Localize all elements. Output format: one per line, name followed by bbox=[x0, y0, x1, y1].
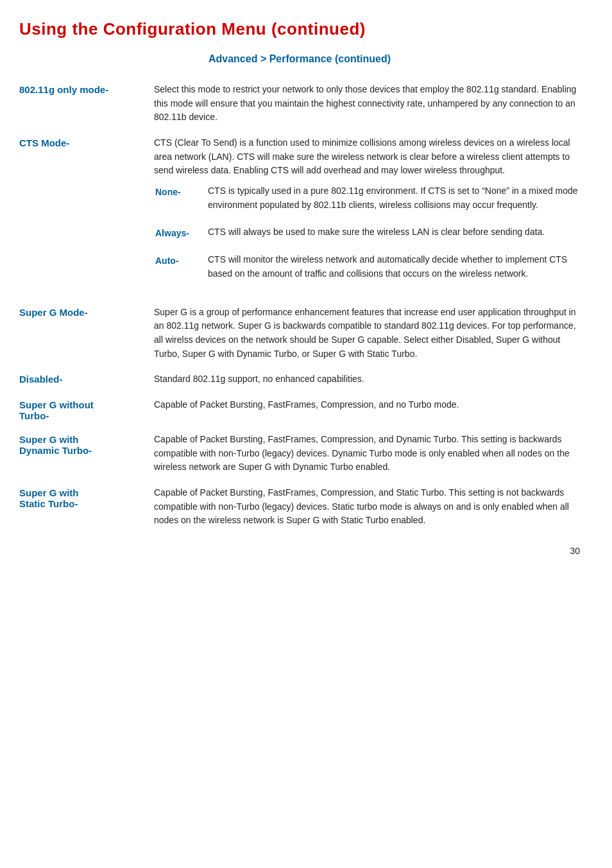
entry-disabled-row: Disabled-Standard 802.11g support, no en… bbox=[19, 372, 580, 398]
cts-none-label: None- bbox=[155, 184, 207, 223]
page-number: 30 bbox=[19, 546, 580, 556]
cts-always-label: Always- bbox=[155, 225, 207, 252]
entry-superg-label: Super G Mode- bbox=[19, 306, 154, 373]
entry-cts-label: CTS Mode- bbox=[19, 136, 154, 306]
entry-disabled-desc: Standard 802.11g support, no enhanced ca… bbox=[154, 372, 580, 398]
cts-none-desc: CTS is typically used in a pure 802.11g … bbox=[208, 184, 579, 223]
entry-superg-desc: Super G is a group of performance enhanc… bbox=[154, 306, 580, 373]
section-header: Advanced > Performance (continued) bbox=[19, 53, 580, 65]
entry-superG-without-label: Super G withoutTurbo- bbox=[19, 398, 154, 433]
cts-auto-row: Auto-CTS will monitor the wireless netwo… bbox=[155, 253, 579, 292]
content-table: 802.11g only mode-Select this mode to re… bbox=[19, 83, 580, 539]
page-title: Using the Configuration Menu (continued) bbox=[19, 19, 580, 39]
entry-superG-static-desc: Capable of Packet Bursting, FastFrames, … bbox=[154, 486, 580, 539]
entry-cts-row: CTS Mode-CTS (Clear To Send) is a functi… bbox=[19, 136, 580, 306]
entry-superG-dynamic-label: Super G withDynamic Turbo- bbox=[19, 433, 154, 486]
cts-auto-desc: CTS will monitor the wireless network an… bbox=[208, 253, 579, 292]
cts-none-row: None-CTS is typically used in a pure 802… bbox=[155, 184, 579, 223]
entry-80211g-row: 802.11g only mode-Select this mode to re… bbox=[19, 83, 580, 136]
entry-superG-static-label: Super G withStatic Turbo- bbox=[19, 486, 154, 539]
entry-cts-desc: CTS (Clear To Send) is a function used t… bbox=[154, 136, 580, 306]
entry-superG-without-row: Super G withoutTurbo-Capable of Packet B… bbox=[19, 398, 580, 433]
entry-superG-dynamic-row: Super G withDynamic Turbo-Capable of Pac… bbox=[19, 433, 580, 486]
entry-superG-dynamic-desc: Capable of Packet Bursting, FastFrames, … bbox=[154, 433, 580, 486]
entry-80211g-label: 802.11g only mode- bbox=[19, 83, 154, 136]
cts-auto-label: Auto- bbox=[155, 253, 207, 292]
cts-always-desc: CTS will always be used to make sure the… bbox=[208, 225, 579, 252]
cts-always-row: Always-CTS will always be used to make s… bbox=[155, 225, 579, 252]
entry-superg-row: Super G Mode-Super G is a group of perfo… bbox=[19, 306, 580, 373]
entry-superG-static-row: Super G withStatic Turbo-Capable of Pack… bbox=[19, 486, 580, 539]
entry-80211g-desc: Select this mode to restrict your networ… bbox=[154, 83, 580, 136]
entry-superG-without-desc: Capable of Packet Bursting, FastFrames, … bbox=[154, 398, 580, 433]
entry-disabled-label: Disabled- bbox=[19, 372, 154, 398]
